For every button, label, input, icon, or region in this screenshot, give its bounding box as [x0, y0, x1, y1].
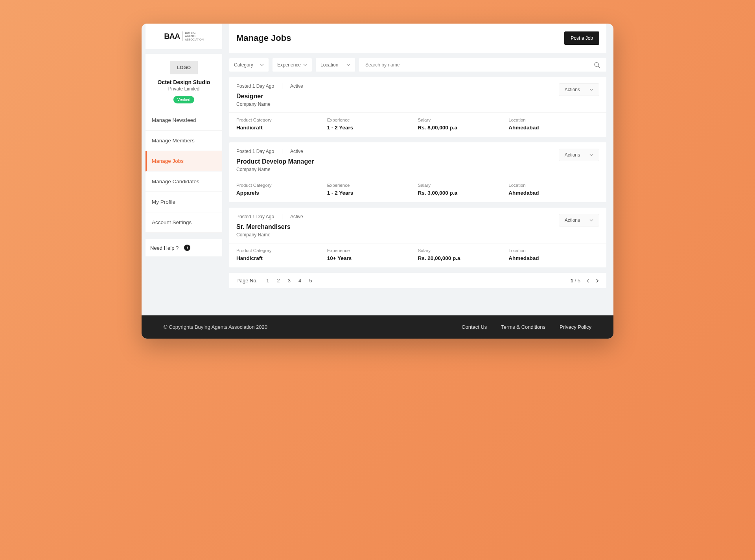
page-number[interactable]: 5: [309, 278, 312, 284]
brand-logo: BAA BUYING AGENTS ASSOCIATION: [145, 24, 222, 49]
job-card: Posted 1 Day Ago Active Product Develop …: [229, 142, 606, 202]
location-label: Location: [508, 183, 599, 188]
chevron-right-icon: [595, 278, 599, 283]
footer-link[interactable]: Contact Us: [462, 324, 487, 330]
pagination: Page No. 12345 1 / 5: [229, 273, 606, 288]
product-category-value: Handicraft: [236, 255, 327, 261]
page-number[interactable]: 3: [288, 278, 291, 284]
content-area: Manage Jobs Post a Job Category Experien…: [222, 24, 613, 307]
company-name: Octet Design Studio: [151, 79, 217, 85]
main-content: BAA BUYING AGENTS ASSOCIATION LOGO Octet…: [142, 24, 613, 307]
job-card: Posted 1 Day Ago Active Designer Company…: [229, 77, 606, 137]
chevron-down-icon: [589, 88, 593, 92]
page-title: Manage Jobs: [236, 33, 291, 43]
experience-value: 1 - 2 Years: [327, 125, 418, 131]
sidebar-item-account-settings[interactable]: Account Settings: [145, 212, 222, 233]
job-actions-button[interactable]: Actions: [559, 149, 599, 161]
job-actions-button[interactable]: Actions: [559, 83, 599, 96]
location-filter[interactable]: Location: [316, 58, 355, 72]
need-help-label: Need Help ?: [150, 245, 179, 251]
filters-row: Category Experience Location: [229, 58, 606, 72]
job-title: Sr. Merchandisers: [236, 223, 303, 230]
footer-link[interactable]: Terms & Conditions: [501, 324, 545, 330]
chevron-down-icon: [260, 63, 264, 67]
post-job-button[interactable]: Post a Job: [564, 31, 599, 45]
need-help[interactable]: Need Help ? i: [145, 239, 222, 256]
logo-mark: BAA: [164, 32, 180, 41]
page-number[interactable]: 2: [277, 278, 280, 284]
product-category-value: Apparels: [236, 190, 327, 196]
job-company: Company Name: [236, 101, 303, 107]
job-company: Company Name: [236, 232, 303, 238]
chevron-down-icon: [346, 63, 350, 67]
company-card: LOGO Octet Design Studio Private Limited…: [145, 54, 222, 110]
sidebar-body: LOGO Octet Design Studio Private Limited…: [145, 54, 222, 233]
experience-filter[interactable]: Experience: [273, 58, 312, 72]
job-title: Designer: [236, 93, 303, 100]
experience-label: Experience: [327, 248, 418, 253]
info-icon: i: [184, 245, 190, 251]
product-category-label: Product Category: [236, 248, 327, 253]
footer-links: Contact UsTerms & ConditionsPrivacy Poli…: [462, 324, 591, 330]
salary-value: Rs. 8,00,000 p.a: [418, 125, 509, 131]
product-category-label: Product Category: [236, 183, 327, 188]
chevron-down-icon: [589, 218, 593, 222]
experience-value: 1 - 2 Years: [327, 190, 418, 196]
sidebar-item-my-profile[interactable]: My Profile: [145, 192, 222, 212]
job-posted: Posted 1 Day Ago: [236, 214, 274, 219]
svg-line-1: [598, 66, 600, 68]
job-card: Posted 1 Day Ago Active Sr. Merchandiser…: [229, 208, 606, 267]
verified-badge: Verified: [173, 96, 194, 103]
sidebar-item-manage-candidates[interactable]: Manage Candidates: [145, 171, 222, 192]
page-number[interactable]: 4: [298, 278, 301, 284]
nav-list: Manage NewsfeedManage MembersManage Jobs…: [145, 110, 222, 233]
location-value: Ahmedabad: [508, 190, 599, 196]
job-status: Active: [290, 214, 303, 219]
salary-label: Salary: [418, 248, 509, 253]
experience-label: Experience: [327, 118, 418, 122]
footer-link[interactable]: Privacy Policy: [560, 324, 591, 330]
footer: © Copyrights Buying Agents Association 2…: [142, 315, 613, 339]
search-icon: [594, 62, 600, 68]
chevron-down-icon: [303, 63, 307, 67]
experience-label: Experience: [327, 183, 418, 188]
product-category-label: Product Category: [236, 118, 327, 122]
logo-text: BUYING AGENTS ASSOCIATION: [182, 31, 204, 41]
sidebar-item-manage-jobs[interactable]: Manage Jobs: [145, 151, 222, 171]
salary-label: Salary: [418, 118, 509, 122]
salary-label: Salary: [418, 183, 509, 188]
company-subtitle: Private Limited: [151, 86, 217, 92]
app-window: BAA BUYING AGENTS ASSOCIATION LOGO Octet…: [142, 24, 613, 339]
job-actions-button[interactable]: Actions: [559, 214, 599, 227]
page-number[interactable]: 1: [266, 278, 269, 284]
job-posted: Posted 1 Day Ago: [236, 149, 274, 154]
sidebar-item-manage-newsfeed[interactable]: Manage Newsfeed: [145, 110, 222, 131]
search-box[interactable]: [359, 58, 606, 72]
job-status: Active: [290, 83, 303, 89]
sidebar-item-manage-members[interactable]: Manage Members: [145, 131, 222, 151]
chevron-down-icon: [589, 153, 593, 157]
page-indicator: 1 / 5: [571, 278, 580, 284]
next-page-button[interactable]: [595, 278, 599, 283]
job-company: Company Name: [236, 167, 314, 172]
search-input[interactable]: [365, 58, 594, 72]
page-numbers: 12345: [266, 278, 312, 284]
location-value: Ahmedabad: [508, 255, 599, 261]
job-title: Product Develop Manager: [236, 158, 314, 165]
job-status: Active: [290, 149, 303, 154]
experience-value: 10+ Years: [327, 255, 418, 261]
job-posted: Posted 1 Day Ago: [236, 83, 274, 89]
location-value: Ahmedabad: [508, 125, 599, 131]
location-label: Location: [508, 118, 599, 122]
page-no-label: Page No.: [236, 278, 258, 284]
svg-point-0: [595, 63, 598, 66]
company-logo-placeholder: LOGO: [170, 61, 198, 74]
prev-page-button[interactable]: [586, 278, 590, 283]
category-filter[interactable]: Category: [229, 58, 269, 72]
salary-value: Rs. 3,00,000 p.a: [418, 190, 509, 196]
chevron-left-icon: [586, 278, 590, 283]
sidebar: BAA BUYING AGENTS ASSOCIATION LOGO Octet…: [145, 24, 222, 307]
page-header: Manage Jobs Post a Job: [229, 24, 606, 53]
jobs-list: Posted 1 Day Ago Active Designer Company…: [229, 72, 606, 267]
salary-value: Rs. 20,00,000 p.a: [418, 255, 509, 261]
